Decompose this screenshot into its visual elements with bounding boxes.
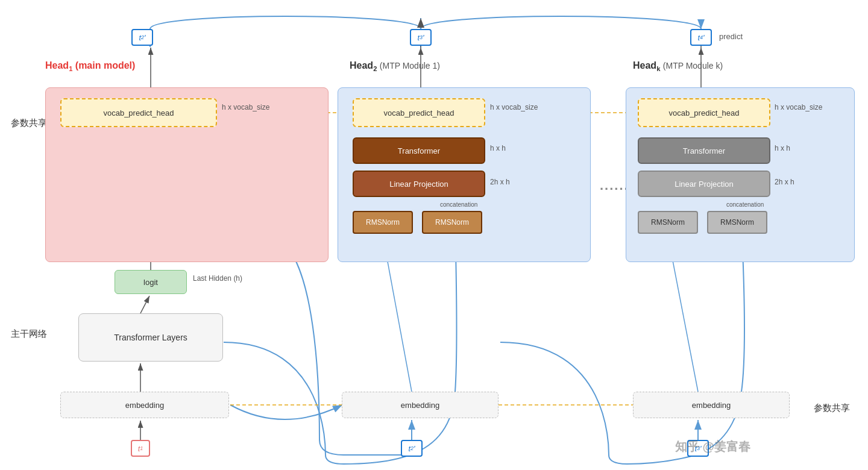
headk-title: Headk (MTP Module k) (633, 60, 723, 72)
embedding-1: embedding (60, 392, 229, 418)
head1-title: Head1 (main model) (45, 60, 135, 72)
params-share-top-label: 参数共享 (11, 118, 47, 129)
vocab-predict-head-k: vocab_predict_head (638, 98, 770, 127)
rmsnorm-k-left: RMSNorm (638, 211, 698, 234)
predict-label: predict (719, 32, 743, 41)
head2-subtitle: (MTP Module 1) (380, 61, 440, 70)
transformer-layers: Transformer Layers (78, 313, 223, 362)
token-t1: t1 (131, 440, 150, 457)
linear-proj-2: Linear Projection (353, 171, 485, 197)
headk-title-text: Headk (633, 60, 660, 70)
vocab-predict-head-2: vocab_predict_head (353, 98, 485, 127)
params-share-bottom-label: 参数共享 (814, 403, 850, 414)
transformer-label-k: h x h (775, 144, 790, 152)
token-t4-out: t4' (690, 29, 712, 46)
transformer-block-2: Transformer (353, 137, 485, 164)
headk-subtitle: (MTP Module k) (663, 61, 723, 70)
svg-line-4 (140, 296, 149, 313)
linear-label-2: 2h x h (490, 178, 510, 186)
rmsnorm-2-left: RMSNorm (353, 211, 413, 234)
token-t2-out: t2' (131, 29, 153, 46)
token-t2-bottom: t2' (401, 440, 423, 457)
vocab-size-label-k: h x vocab_size (775, 103, 822, 111)
concatenation-label-k: concatenation (726, 201, 764, 208)
embedding-k: embedding (633, 392, 790, 418)
embedding-2: embedding (342, 392, 498, 418)
vocab-predict-head-1: vocab_predict_head (60, 98, 217, 127)
token-t3-out: t3' (410, 29, 432, 46)
dots-separator: ...... (600, 178, 629, 193)
logit-label: Last Hidden (h) (193, 274, 242, 283)
vocab-size-label-2: h x vocab_size (490, 103, 538, 111)
rmsnorm-2-right: RMSNorm (422, 211, 482, 234)
linear-proj-k: Linear Projection (638, 171, 770, 197)
vocab-size-label-1: h x vocab_size (222, 103, 269, 111)
logit-box: logit (115, 270, 187, 294)
linear-label-k: 2h x h (775, 178, 794, 186)
diagram-container: 参数共享 主干网络 参数共享 Head1 (main model) vocab_… (0, 0, 868, 470)
head1-subtitle: (main model) (75, 60, 136, 70)
transformer-block-k: Transformer (638, 137, 770, 164)
backbone-label: 主干网络 (11, 328, 47, 340)
head1-title-text: Head1 (45, 60, 72, 70)
watermark: 知乎 @姜富春 (675, 439, 750, 455)
concatenation-label-2: concatenation (440, 201, 477, 208)
rmsnorm-k-right: RMSNorm (707, 211, 767, 234)
transformer-label-2: h x h (490, 144, 506, 152)
head2-title: Head2 (MTP Module 1) (350, 60, 440, 72)
head2-title-text: Head2 (350, 60, 377, 70)
